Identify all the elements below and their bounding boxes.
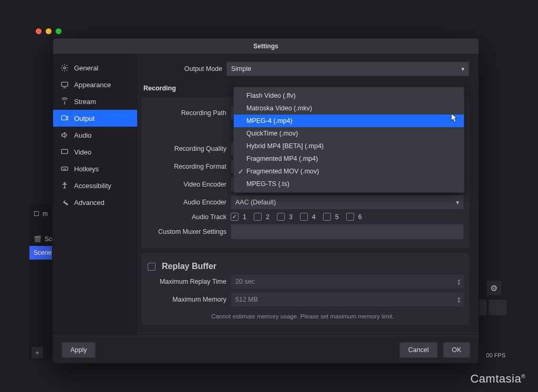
output-mode-label: Output Mode xyxy=(137,65,222,73)
audio-track-5[interactable]: 5 xyxy=(323,213,339,221)
sidebar-item-label: Hotkeys xyxy=(74,165,99,173)
sidebar-item-stream[interactable]: Stream xyxy=(53,93,137,110)
watermark: Camtasia® xyxy=(470,372,525,386)
checkbox-icon xyxy=(254,213,262,221)
output-mode-select[interactable]: Simple ▼ xyxy=(226,61,469,76)
video-encoder-label: Video Encoder xyxy=(141,181,226,188)
muxer-label: Custom Muxer Settings xyxy=(141,228,226,235)
replay-time-stepper[interactable]: 20 sec▴▾ xyxy=(231,274,464,289)
bg-scenes-panel: ☐m 🎬Scen Scene ＋ xyxy=(29,205,53,360)
format-option-ts[interactable]: MPEG-TS (.ts) xyxy=(234,178,464,190)
audio-track-3[interactable]: 3 xyxy=(277,213,293,221)
titlebar: Settings xyxy=(53,38,479,54)
output-icon xyxy=(60,114,69,122)
svg-point-5 xyxy=(64,182,66,184)
checkbox-icon xyxy=(323,213,331,221)
check-icon: ✓ xyxy=(238,168,244,176)
speaker-icon xyxy=(60,131,69,139)
replay-panel: Replay Buffer Maximum Replay Time 20 sec… xyxy=(141,253,469,325)
settings-main: Output Mode Simple ▼ Recording Recording… xyxy=(137,54,479,336)
format-option-mov[interactable]: QuickTime (.mov) xyxy=(234,127,464,140)
bg-add-button[interactable]: ＋ xyxy=(32,347,43,358)
svg-rect-1 xyxy=(61,82,68,86)
checkbox-icon xyxy=(231,213,239,221)
checkbox-icon xyxy=(148,263,156,271)
audio-track-4[interactable]: 4 xyxy=(300,213,316,221)
sidebar-item-label: General xyxy=(74,64,98,72)
svg-rect-2 xyxy=(61,116,66,120)
muxer-input[interactable] xyxy=(231,224,464,240)
checkbox-icon xyxy=(300,213,308,221)
gear-icon xyxy=(60,64,69,72)
audio-track-6[interactable]: 6 xyxy=(346,213,362,221)
stepper-icon: ▴▾ xyxy=(458,278,460,285)
bg-window-traffic-lights xyxy=(36,28,61,34)
sidebar-item-output[interactable]: Output xyxy=(53,110,137,127)
sidebar-item-accessibility[interactable]: Accessibility xyxy=(53,177,137,194)
sidebar-item-label: Video xyxy=(74,148,91,156)
recording-quality-label: Recording Quality xyxy=(141,145,226,152)
cancel-button[interactable]: Cancel xyxy=(399,342,438,358)
audio-track-label: Audio Track xyxy=(141,213,226,221)
window-title: Settings xyxy=(53,43,479,50)
svg-rect-3 xyxy=(61,149,68,153)
appearance-icon xyxy=(60,80,69,89)
settings-sidebar: General Appearance Stream Output Audio xyxy=(53,54,137,336)
accessibility-icon xyxy=(60,181,69,190)
replay-section-title: Replay Buffer xyxy=(162,262,216,271)
audio-track-group: 1 2 3 4 5 6 xyxy=(231,213,464,221)
recording-path-label: Recording Path xyxy=(141,109,226,117)
monitor-icon xyxy=(60,148,69,156)
svg-rect-4 xyxy=(61,167,68,171)
recording-format-dropdown[interactable]: Flash Video (.flv) Matroska Video (.mkv)… xyxy=(233,87,464,193)
sidebar-item-hotkeys[interactable]: Hotkeys xyxy=(53,160,137,177)
sidebar-item-label: Output xyxy=(74,115,95,122)
stepper-icon: ▴▾ xyxy=(458,296,460,303)
svg-point-0 xyxy=(64,67,66,69)
replay-buffer-toggle[interactable]: Replay Buffer xyxy=(148,262,216,271)
sidebar-item-label: Audio xyxy=(74,131,91,139)
sidebar-item-label: Stream xyxy=(74,98,96,106)
antenna-icon xyxy=(60,97,69,106)
format-option-fmp4[interactable]: Fragmented MP4 (.mp4) xyxy=(234,152,464,165)
sidebar-item-label: Appearance xyxy=(74,81,111,89)
dialog-footer: Apply Cancel OK xyxy=(53,336,479,363)
bg-fps-readout: 00 FPS xyxy=(486,352,505,358)
format-option-mp4[interactable]: MPEG-4 (.mp4) xyxy=(234,115,464,127)
sidebar-item-appearance[interactable]: Appearance xyxy=(53,76,137,93)
format-option-mkv[interactable]: Matroska Video (.mkv) xyxy=(234,102,464,115)
sidebar-item-advanced[interactable]: Advanced xyxy=(53,194,137,211)
replay-mem-stepper[interactable]: 512 MB▴▾ xyxy=(231,292,464,307)
sidebar-item-audio[interactable]: Audio xyxy=(53,127,137,143)
audio-track-2[interactable]: 2 xyxy=(254,213,270,221)
keyboard-icon xyxy=(60,164,69,173)
checkbox-icon xyxy=(346,213,354,221)
wrench-icon xyxy=(60,198,69,207)
sidebar-item-general[interactable]: General xyxy=(53,59,137,76)
chevron-down-icon: ▼ xyxy=(460,66,465,72)
apply-button[interactable]: Apply xyxy=(61,342,96,358)
replay-mem-label: Maximum Memory xyxy=(141,296,226,303)
audio-track-1[interactable]: 1 xyxy=(231,213,246,221)
format-option-hybrid-mp4[interactable]: Hybrid MP4 [BETA] (.mp4) xyxy=(234,140,464,152)
sidebar-item-video[interactable]: Video xyxy=(53,143,137,160)
format-option-fmov[interactable]: ✓Fragmented MOV (.mov) xyxy=(234,165,464,178)
sidebar-item-label: Advanced xyxy=(74,199,105,207)
audio-encoder-label: Audio Encoder xyxy=(141,199,226,206)
format-option-flv[interactable]: Flash Video (.flv) xyxy=(234,89,464,102)
settings-dialog: Settings General Appearance Stream xyxy=(53,38,479,364)
replay-hint: Cannot estimate memory usage. Please set… xyxy=(141,310,464,319)
bg-settings-icon[interactable]: ⚙ xyxy=(487,281,501,295)
chevron-down-icon: ▼ xyxy=(455,200,460,205)
ok-button[interactable]: OK xyxy=(443,342,470,358)
replay-time-label: Maximum Replay Time xyxy=(141,278,226,285)
audio-encoder-select[interactable]: AAC (Default)▼ xyxy=(231,195,464,210)
checkbox-icon xyxy=(277,213,285,221)
sidebar-item-label: Accessibility xyxy=(74,182,111,190)
recording-format-label: Recording Format xyxy=(141,163,226,170)
